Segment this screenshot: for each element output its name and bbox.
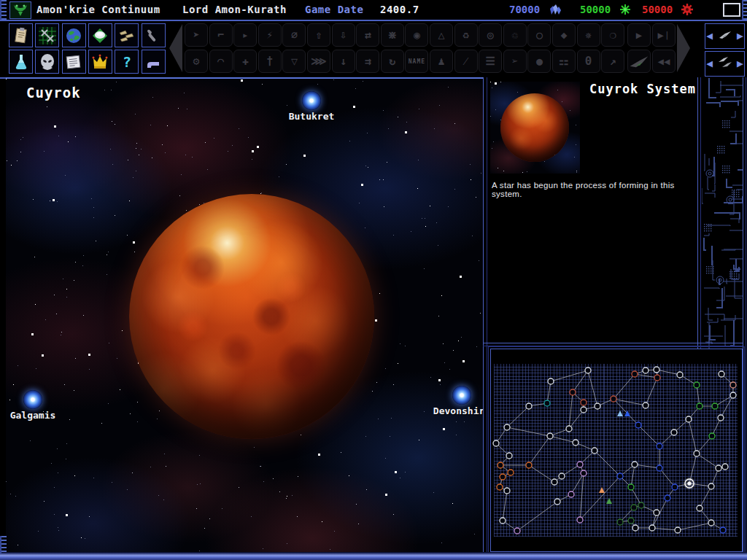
map-node[interactable] (671, 429, 677, 435)
map-node[interactable] (617, 519, 623, 525)
ship-forward-button[interactable] (627, 50, 651, 73)
map-node[interactable] (718, 415, 724, 421)
orders-scroll-right-button[interactable] (677, 24, 690, 72)
planet-globe-button[interactable] (62, 23, 86, 47)
map-node[interactable] (592, 448, 597, 454)
map-node[interactable] (500, 474, 506, 480)
map-node[interactable] (548, 378, 554, 384)
map-node[interactable] (577, 462, 583, 467)
map-fleet-marker[interactable] (599, 487, 605, 493)
system-viewport[interactable]: Cuyrok ButukretGalgamisDevonshire (6, 77, 483, 553)
map-node[interactable] (577, 517, 583, 523)
map-node[interactable] (708, 520, 714, 526)
map-node[interactable] (628, 518, 634, 524)
map-node[interactable] (547, 433, 553, 439)
map-node[interactable] (657, 443, 662, 449)
galaxy-map[interactable] (491, 349, 743, 553)
mineral-gem-button[interactable] (88, 23, 112, 47)
map-node[interactable] (635, 422, 641, 428)
warp-star-devonshire[interactable]: Devonshire (418, 386, 483, 416)
play-button[interactable]: ▶ (627, 23, 651, 47)
map-node[interactable] (585, 368, 591, 373)
map-node[interactable] (595, 403, 600, 409)
multi-warp-button[interactable]: ⇉ (356, 50, 379, 73)
ship-selector-next-button[interactable]: ▶ (737, 31, 743, 42)
map-node[interactable] (551, 479, 557, 485)
star-icon[interactable] (23, 390, 42, 409)
map-node[interactable] (504, 424, 510, 430)
planet-rock-button[interactable]: ● (527, 50, 551, 73)
sweep-mines-button[interactable]: ⁄ (454, 50, 478, 73)
launch-ship-button[interactable]: ↗ (601, 50, 624, 73)
map-node[interactable] (526, 462, 532, 468)
help-question-button[interactable]: ? (115, 50, 139, 74)
rewind-button[interactable]: ◀◀ (652, 50, 676, 73)
system-thumbnail[interactable] (490, 82, 580, 174)
fighter-group-button[interactable]: ⋙ (307, 50, 330, 73)
map-node[interactable] (719, 371, 724, 377)
sentry-orb-button[interactable]: ◉ (405, 23, 428, 47)
map-node[interactable] (628, 484, 634, 490)
board-ship-button[interactable]: ▸ (233, 23, 257, 47)
wrench-tool-button[interactable] (142, 23, 166, 47)
map-node[interactable] (697, 403, 703, 409)
map-node[interactable] (570, 389, 576, 395)
research-flask-button[interactable] (9, 50, 33, 74)
repair-arm-button[interactable]: ⚙ (185, 50, 208, 73)
ship-selector-prev-button[interactable]: ◀ (706, 31, 713, 42)
map-node[interactable] (730, 392, 736, 398)
load-cargo-button[interactable]: ⇧ (307, 23, 330, 47)
map-node[interactable] (554, 499, 560, 505)
map-node[interactable] (581, 470, 587, 476)
fleet-selector-next-button[interactable]: ▶ (737, 58, 743, 69)
map-node[interactable] (617, 473, 623, 479)
map-node[interactable] (654, 510, 659, 516)
map-node[interactable] (566, 426, 572, 432)
asteroid-field-button[interactable]: ✵ (577, 23, 600, 47)
map-node[interactable] (654, 375, 660, 381)
construction-arm-button[interactable]: ⌐ (209, 23, 233, 47)
intel-alien-button[interactable] (35, 50, 59, 74)
map-node[interactable] (631, 505, 637, 510)
drop-pod-button[interactable]: ↓ (332, 50, 355, 73)
log-clipboard-button[interactable] (9, 23, 33, 47)
mine-rock-button[interactable]: ◆ (552, 23, 576, 47)
cargo-layers-button[interactable]: ☰ (479, 50, 502, 73)
map-node[interactable] (730, 382, 736, 388)
map-node[interactable] (508, 470, 514, 475)
shield-dome-button[interactable]: ◠ (209, 50, 233, 73)
colony-pawn-button[interactable]: ♟ (430, 50, 453, 73)
map-node[interactable] (665, 495, 670, 501)
eye-orb-button[interactable]: ◎ (479, 23, 502, 47)
join-fleet-button[interactable]: ✚ (233, 50, 257, 73)
map-node[interactable] (493, 440, 499, 446)
forming-star[interactable] (129, 194, 374, 439)
map-node[interactable] (716, 465, 721, 471)
star-icon[interactable] (302, 91, 321, 110)
map-node[interactable] (722, 464, 728, 470)
map-fleet-marker[interactable] (606, 498, 612, 504)
map-node[interactable] (632, 371, 638, 377)
map-node[interactable] (712, 403, 718, 409)
scout-ship-button[interactable]: ➢ (503, 50, 527, 73)
cancel-order-button[interactable]: ∅ (282, 23, 306, 47)
skip-next-button[interactable]: ▶❘ (652, 23, 676, 47)
warp-star-butukret[interactable]: Butukret (268, 91, 355, 122)
map-node[interactable] (632, 525, 638, 531)
map-node[interactable] (675, 527, 681, 533)
unload-cargo-button[interactable]: ⇩ (332, 23, 355, 47)
map-node[interactable] (611, 396, 616, 402)
empire-crown-button[interactable] (88, 50, 112, 74)
map-node[interactable] (504, 488, 510, 494)
map-node[interactable] (677, 372, 683, 378)
repair-wrench-button[interactable]: † (258, 50, 282, 73)
map-node[interactable] (708, 483, 714, 489)
map-node[interactable] (573, 440, 578, 446)
map-node[interactable] (500, 518, 506, 524)
star-icon[interactable] (452, 386, 471, 405)
target-ship-button[interactable]: ○ (527, 23, 551, 47)
news-paper-button[interactable] (62, 50, 86, 74)
comm-pipe-button[interactable] (142, 50, 166, 74)
map-node[interactable] (544, 400, 550, 406)
map-node[interactable] (686, 416, 692, 422)
